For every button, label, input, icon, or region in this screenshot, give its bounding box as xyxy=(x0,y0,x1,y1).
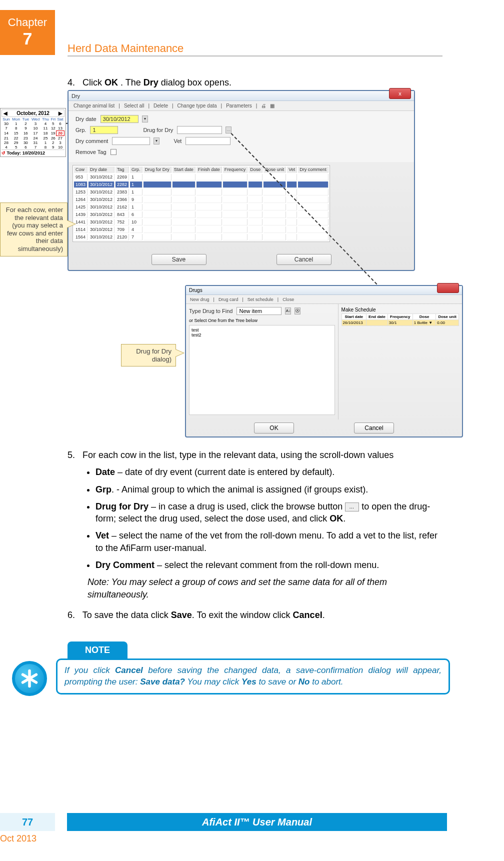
step4-dry: Dry xyxy=(144,78,158,88)
annotation-cows: For each cow, enter the relevant data (y… xyxy=(0,202,68,256)
annotation-cows-arrow-icon xyxy=(67,220,76,228)
dry-date-input[interactable]: 30/10/2012 xyxy=(100,115,138,123)
or-select-label: or Select One from the Tree below xyxy=(189,318,335,323)
drugs-dialog-title: Drugs xyxy=(189,288,202,293)
toolbar-parameters[interactable]: Parameters xyxy=(226,103,252,108)
tree-item[interactable]: test2 xyxy=(192,332,332,338)
dry-data-table: CowDry dateTagGrp.Drug for DryStart date… xyxy=(72,165,330,242)
tree-item[interactable]: test xyxy=(192,328,332,332)
ok-button[interactable]: OK xyxy=(254,422,294,434)
page-number: 77 xyxy=(0,813,55,831)
calendar-today-cell[interactable]: 20 xyxy=(56,131,64,136)
toolbar-change-animal-list[interactable]: Change animal list xyxy=(74,103,114,108)
type-drug-label: Type Drug to Find xyxy=(189,308,232,314)
table-row[interactable]: 156430/10/201221207 xyxy=(74,234,328,240)
abc-icon[interactable]: Ⓐ xyxy=(294,308,300,314)
toolbar-drug-card[interactable]: Drug card xyxy=(218,297,238,302)
note-tab: NOTE xyxy=(68,642,128,658)
dry-date-label: Dry date xyxy=(76,116,96,122)
chapter-tab: Chapter 7 xyxy=(0,10,55,55)
asterisk-icon xyxy=(12,661,47,696)
table-row[interactable]: 142530/10/201221621 xyxy=(74,204,328,210)
toolbar-new-drug[interactable]: New drug xyxy=(190,297,210,302)
close-button[interactable]: x xyxy=(389,88,411,99)
dry-comment-label: Dry comment xyxy=(76,138,108,144)
schedule-row[interactable]: 26/10/2013 30/1 1 Bottle ▼ 0.00 xyxy=(342,320,458,326)
annotation-drug-arrow-icon xyxy=(176,349,184,357)
dry-comment-input[interactable] xyxy=(112,137,150,145)
step6-num: 6. xyxy=(68,610,75,620)
cancel-button[interactable]: Cancel xyxy=(354,422,394,434)
remove-tag-label: Remove Tag xyxy=(76,149,106,155)
step-5: 5. For each cow in the list, type in the… xyxy=(68,449,448,600)
schedule-label: Make Schedule xyxy=(342,307,459,312)
toolbar-change-type-data[interactable]: Change type data xyxy=(178,103,217,108)
step5-num: 5. xyxy=(68,450,75,460)
vet-label: Vet xyxy=(174,138,182,144)
calendar-today-label[interactable]: Today: 10/20/2012 xyxy=(7,150,45,156)
section-underline xyxy=(68,56,442,56)
browse-button-icon: … xyxy=(345,502,359,512)
az-sort-icon[interactable]: A↓ xyxy=(285,308,291,314)
drugs-dialog: Drugs New drug| Drug card| Set schedule|… xyxy=(185,285,463,438)
grp-input[interactable]: 1 xyxy=(90,126,118,134)
remove-tag-checkbox[interactable] xyxy=(110,149,116,155)
step5-note: Note: You may select a group of cows and… xyxy=(88,576,448,600)
drug-for-dry-input[interactable] xyxy=(177,126,222,134)
step4-mid: . The xyxy=(120,78,144,88)
type-drug-input[interactable]: New item xyxy=(236,307,282,315)
table-row[interactable]: 126430/10/201223669 xyxy=(74,196,328,203)
step5-text: For each cow in the list, type in the re… xyxy=(82,450,394,460)
step-4: 4. Click OK . The Dry dialog box opens. xyxy=(68,78,232,88)
table-row[interactable]: 151430/10/20127094 xyxy=(74,226,328,233)
schedule-table: Start dateEnd dateFrequencyDoseDose unit… xyxy=(342,314,459,326)
cal-next-icon[interactable]: ▶ xyxy=(58,110,62,116)
chapter-label: Chapter xyxy=(0,16,55,29)
dry-date-dropdown-icon[interactable]: ▾ xyxy=(142,116,148,122)
save-button[interactable]: Save xyxy=(152,254,206,265)
drug-for-dry-label: Drug for Dry xyxy=(143,127,173,133)
annotation-drug: Drug for Dry dialog) xyxy=(121,344,176,366)
cal-prev-icon[interactable]: ◀ xyxy=(4,110,8,116)
manual-title: AfiAct II™ User Manual xyxy=(67,813,447,831)
vet-input[interactable] xyxy=(186,137,230,145)
toolbar-close[interactable]: Close xyxy=(282,297,294,302)
drug-browse-icon[interactable]: … xyxy=(226,126,232,134)
cancel-button[interactable]: Cancel xyxy=(276,254,332,265)
step4-num: 4. xyxy=(68,78,75,88)
step4-pre: Click xyxy=(82,78,104,88)
toolbar-delete[interactable]: Delete xyxy=(154,103,168,108)
dry-toolbar: Change animal list | Select all | Delete… xyxy=(68,101,414,111)
toolbar-select-all[interactable]: Select all xyxy=(124,103,144,108)
toolbar-set-schedule[interactable]: Set schedule xyxy=(248,297,274,302)
calendar-grid: SunMonTueWedThuFriSat 30123456 789101112… xyxy=(2,117,64,150)
calendar-popup: ◀ October, 2012 ▶ SunMonTueWedThuFriSat … xyxy=(0,108,66,157)
table-row[interactable]: 108330/10/201222821 xyxy=(74,182,328,188)
chapter-number: 7 xyxy=(0,29,55,48)
footer: 77 AfiAct II™ User Manual xyxy=(0,813,504,831)
note-box: If you click Cancel before saving the ch… xyxy=(56,658,450,694)
print-icon[interactable]: 🖨 xyxy=(261,103,266,108)
table-row[interactable]: 95330/10/201222691 xyxy=(74,174,328,180)
table-row[interactable]: 143930/10/20128436 xyxy=(74,212,328,218)
calendar-month: October, 2012 xyxy=(16,110,50,116)
footer-date: Oct 2013 xyxy=(0,834,36,844)
dry-dialog: Dry x Change animal list | Select all | … xyxy=(68,90,415,271)
step-6: 6. To save the data click Save. To exit … xyxy=(68,609,448,621)
close-button[interactable] xyxy=(437,283,459,293)
section-title: Herd Data Maintenance xyxy=(68,42,184,55)
export-icon[interactable]: ▦ xyxy=(270,103,274,108)
table-row[interactable]: 144130/10/201275210 xyxy=(74,219,328,226)
step4-ok: OK xyxy=(104,78,118,88)
step4-post: dialog box opens. xyxy=(161,78,232,88)
dry-dialog-title: Dry xyxy=(72,93,80,99)
grp-label: Grp. xyxy=(76,127,86,133)
dry-comment-dropdown-icon[interactable]: ▾ xyxy=(154,138,160,144)
